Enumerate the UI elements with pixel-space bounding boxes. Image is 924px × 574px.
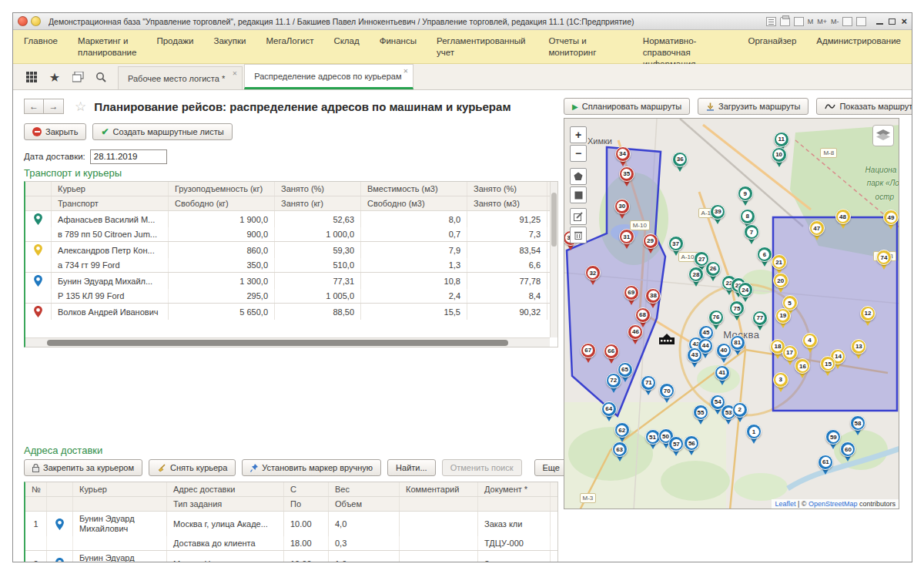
value-cell[interactable]: 2,4 (361, 289, 467, 303)
addresses-header-cell[interactable]: № (25, 482, 47, 496)
draw-polygon-button[interactable] (570, 168, 587, 185)
task-type-cell[interactable]: Доставка до клиента (167, 536, 284, 550)
map-marker-12[interactable]: 12 (859, 306, 876, 327)
transport-header-cell[interactable]: Свободно (кг) (169, 196, 275, 210)
table-row[interactable]: Волков Андрей Иванович5 650,088,5015,590… (25, 304, 557, 320)
address-cell[interactable]: Мсква , Нагатинская у... (167, 551, 284, 562)
addresses-header-cell[interactable]: Адрес доставки (167, 482, 284, 496)
map-marker-19[interactable]: 19 (775, 308, 792, 330)
addresses-header-cell[interactable]: Объем (329, 497, 400, 511)
transport-header-cell[interactable] (25, 196, 52, 210)
courier-name-cell[interactable]: Александров Петр Кон... (52, 242, 169, 258)
back-button[interactable]: ← (24, 99, 44, 114)
addresses-header-cell[interactable] (47, 497, 73, 511)
map-canvas[interactable]: ХимкиМоскваНационапарк «ЛоострМ-8М-10А-1… (564, 118, 899, 509)
delete-zone-button[interactable] (570, 227, 587, 243)
forward-button[interactable]: → (44, 99, 64, 114)
assign-courier-button[interactable]: Закрепить за курьером (24, 459, 142, 476)
courier-name-cell[interactable]: Афанасьев Василий М... (52, 211, 169, 227)
addresses-header-cell[interactable] (400, 497, 478, 511)
map-marker-39[interactable]: 39 (709, 204, 726, 226)
value-cell[interactable]: 90,32 (467, 304, 547, 320)
courier-cell[interactable]: Бунин Эдуард Михайлович (73, 551, 167, 562)
courier-cell[interactable]: Бунин Эдуард Михайлович (73, 512, 167, 536)
addresses-header-cell[interactable]: По (284, 497, 329, 511)
courier-name-cell[interactable]: Волков Андрей Иванович (52, 304, 169, 320)
main-menu-icon[interactable] (25, 71, 38, 83)
addresses-header-cell[interactable]: Тип задания (167, 497, 284, 511)
value-cell[interactable]: 510,0 (275, 258, 361, 272)
map-marker-57[interactable]: 57 (668, 436, 685, 458)
transport-header-cell[interactable]: Транспорт (52, 196, 169, 210)
value-cell[interactable]: 1 005,0 (275, 289, 361, 303)
value-cell[interactable]: 8,0 (361, 211, 467, 227)
map-marker-13[interactable]: 13 (850, 339, 867, 361)
set-marker-manually-button[interactable]: Установить маркер вручную (242, 459, 381, 476)
map-marker-37[interactable]: 37 (668, 236, 685, 257)
history-menu-icon[interactable] (31, 16, 41, 26)
calculator-icon[interactable] (856, 17, 866, 26)
value-cell[interactable]: 88,50 (275, 304, 361, 320)
document-icon[interactable] (766, 17, 776, 26)
menu-item-0[interactable]: Главное (24, 35, 58, 47)
show-routes-button[interactable]: Показать маршруты (816, 98, 912, 115)
value-cell[interactable]: 10,8 (361, 273, 467, 289)
value-cell[interactable]: 1 900,0 (169, 211, 275, 227)
comment-cell[interactable] (400, 512, 478, 536)
minimize-button[interactable] (876, 23, 883, 25)
map-marker-46[interactable]: 46 (627, 324, 644, 346)
value-cell[interactable]: 8,4 (467, 289, 547, 303)
table-row[interactable]: Афанасьев Василий М...1 900,052,638,091,… (25, 211, 557, 227)
tab-logist-workplace[interactable]: Рабочее место логиста * ✕ (118, 66, 243, 89)
table-row[interactable]: Доставка до клиента18.000,3ТДЦУ-000 (25, 536, 557, 550)
transport-header-cell[interactable]: Занято (%) (467, 182, 547, 196)
edit-zone-button[interactable] (570, 208, 587, 225)
table-row[interactable]: а 734 гт 99 Ford350,0510,01,36,6 (25, 258, 557, 272)
map-marker-61[interactable]: 61 (817, 455, 834, 476)
map-marker-69[interactable]: 69 (623, 285, 640, 307)
draw-rectangle-button[interactable] (570, 186, 587, 203)
document-cell[interactable]: Заказ кли (478, 512, 551, 536)
map-marker-32[interactable]: 32 (584, 265, 601, 287)
value-cell[interactable]: 900,0 (169, 227, 275, 241)
addresses-header-cell[interactable] (25, 497, 47, 511)
table-row[interactable]: 2Бунин Эдуард МихайловичМсква , Нагатинс… (25, 551, 557, 562)
value-cell[interactable]: 83,54 (467, 242, 547, 258)
map-marker-75[interactable]: 75 (728, 300, 745, 322)
map-marker-47[interactable]: 47 (808, 220, 825, 242)
map-marker-43[interactable]: 43 (686, 347, 703, 369)
map-marker-26[interactable]: 26 (705, 261, 721, 283)
memory-mminus-button[interactable]: M- (831, 18, 839, 25)
tab-close-icon[interactable]: ✕ (233, 70, 238, 77)
transport-header-cell[interactable]: Свободно (м3) (361, 196, 467, 210)
map-marker-60[interactable]: 60 (839, 441, 856, 463)
transport-header-cell[interactable]: Занято (м3) (467, 196, 547, 210)
map-marker-74[interactable]: 74 (875, 250, 892, 271)
map-marker-4[interactable]: 4 (802, 333, 819, 354)
map-marker-41[interactable]: 41 (714, 365, 731, 387)
addresses-header-cell[interactable]: Документ * (478, 482, 551, 496)
value-cell[interactable]: 1 000,0 (275, 227, 361, 241)
value-cell[interactable]: 350,0 (169, 258, 275, 272)
print-icon[interactable] (780, 17, 790, 26)
addresses-header-cell[interactable] (47, 482, 73, 496)
value-cell[interactable]: 77,78 (467, 273, 547, 289)
addresses-table[interactable]: №КурьерАдрес доставкиСВесКомментарийДоку… (24, 482, 558, 562)
map-marker-71[interactable]: 71 (640, 375, 657, 397)
map-marker-72[interactable]: 72 (605, 373, 622, 394)
tab-close-icon[interactable]: ✕ (403, 68, 409, 75)
map-marker-3[interactable]: 3 (772, 372, 789, 394)
memory-mplus-button[interactable]: M+ (817, 18, 827, 25)
map-marker-2[interactable]: 2 (732, 402, 748, 424)
menu-item-1[interactable]: Маркетинг и планирование (78, 35, 136, 59)
menu-item-5[interactable]: Склад (333, 35, 359, 47)
zoom-in-button[interactable]: + (570, 126, 587, 143)
addresses-header-cell[interactable] (478, 497, 551, 511)
document-cell[interactable]: Заказ кли (478, 551, 551, 562)
courier-name-cell[interactable]: Бунин Эдуард Михайл... (52, 273, 169, 289)
volume-cell[interactable]: 0,3 (329, 536, 400, 550)
addresses-header-cell[interactable] (73, 497, 167, 511)
map-marker-48[interactable]: 48 (835, 209, 852, 230)
close-window-button[interactable]: × (901, 16, 907, 26)
map-marker-16[interactable]: 16 (794, 358, 811, 380)
